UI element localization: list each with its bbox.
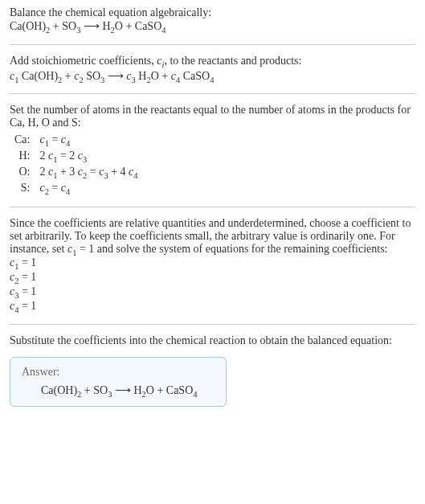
header-equation: Ca(OH)2 + SO3 ⟶ H2O + CaSO4 [10, 19, 415, 35]
divider [10, 207, 415, 207]
coeff-equation: c1 Ca(OH)2 + c2 SO3 ⟶ c3 H2O + c4 CaSO4 [10, 69, 415, 84]
header-section: Balance the chemical equation algebraica… [10, 6, 415, 35]
atom-label: S: [10, 181, 35, 197]
table-row: Ca: c1 = c4 [10, 133, 143, 149]
divider [10, 324, 415, 325]
answer-box: Answer: Ca(OH)2 + SO3 ⟶ H2O + CaSO4 [10, 357, 227, 408]
solve-line: c1 = 1 [10, 256, 415, 271]
table-row: H: 2 c1 = 2 c3 [10, 149, 143, 165]
solve-section: Since the coefficients are relative quan… [10, 217, 415, 314]
solve-line: c2 = 1 [10, 271, 415, 285]
divider [10, 93, 415, 94]
coeff-section: Add stoichiometric coefficients, ci, to … [10, 55, 415, 84]
solve-text: Since the coefficients are relative quan… [10, 217, 415, 257]
solve-line: c4 = 1 [10, 300, 415, 314]
atoms-table: Ca: c1 = c4 H: 2 c1 = 2 c3 O: 2 c1 + 3 c… [10, 133, 143, 196]
answer-label: Answer: [22, 366, 215, 379]
substitute-text: Substitute the coefficients into the che… [10, 334, 415, 347]
coeff-text1: Add stoichiometric coefficients, [10, 55, 157, 67]
table-row: O: 2 c1 + 3 c2 = c3 + 4 c4 [10, 165, 143, 181]
solve-line: c3 = 1 [10, 285, 415, 300]
divider [10, 44, 415, 45]
atom-label: O: [10, 165, 35, 181]
atom-eq: 2 c1 = 2 c3 [35, 149, 142, 165]
atom-label: Ca: [10, 133, 35, 149]
atom-eq: c1 = c4 [35, 133, 142, 149]
substitute-section: Substitute the coefficients into the che… [10, 334, 415, 347]
atom-eq: c2 = c4 [35, 181, 142, 197]
answer-equation: Ca(OH)2 + SO3 ⟶ H2O + CaSO4 [22, 383, 215, 399]
atom-eq: 2 c1 + 3 c2 = c3 + 4 c4 [35, 165, 142, 181]
header-text: Balance the chemical equation algebraica… [10, 6, 415, 19]
atoms-text: Set the number of atoms in the reactants… [10, 104, 415, 129]
coeff-text2: , to the reactants and products: [164, 55, 301, 67]
document-content: Balance the chemical equation algebraica… [0, 0, 425, 413]
table-row: S: c2 = c4 [10, 181, 143, 197]
atom-label: H: [10, 149, 35, 165]
atoms-section: Set the number of atoms in the reactants… [10, 104, 415, 196]
